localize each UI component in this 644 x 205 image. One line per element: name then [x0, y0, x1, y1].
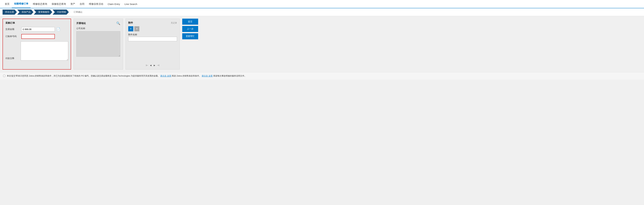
step-order-confirm: 订单确认 [69, 9, 86, 15]
step-review-cart[interactable]: 复审购物车 [34, 9, 52, 15]
footer-text1: 单击'提交'即表示您同意 Zebra 的销售条款和条件，并已为交易金额签发了有效… [7, 75, 160, 77]
main-content: 采购订单 交易金额 📄 订购单号码 付款注释 开票地址 🔍 公司名称 附件 [0, 16, 644, 72]
attach-title: 附件 [128, 21, 133, 24]
attach-name-label: 附件名称 [128, 33, 177, 36]
purchase-order-title: 采购订单 [6, 21, 68, 24]
footer-link1[interactable]: 请点击 这里 [160, 75, 171, 77]
help-button[interactable]: 需要帮忙 [182, 33, 198, 39]
attachment-panel: 附件 无记录 + × 附件名称 ⊢ ◄ ► ⊣ [126, 19, 180, 70]
top-nav: 首页 创建维修订单 维修状态查询 保修状态查询 资产 合同 维修业务活动 Cla… [0, 0, 644, 8]
nav-claim-entry[interactable]: Claim Entry [106, 0, 122, 8]
nav-contract[interactable]: 合同 [78, 0, 87, 8]
po-number-row: 订购单号码 [6, 34, 68, 39]
transaction-row: 交易金额 📄 [6, 27, 68, 31]
footer-text2: 阅读 Zebra 的销售条款和条件。 [172, 75, 201, 77]
page-next-button[interactable]: ► [153, 64, 156, 67]
nav-warranty-status[interactable]: 保修状态查询 [50, 0, 68, 8]
invoice-search-button[interactable]: 🔍 [116, 21, 120, 25]
attach-header: 附件 无记录 [128, 21, 177, 24]
footer-bar: 单击'提交'即表示您同意 Zebra 的销售条款和条件，并已为交易金额签发了有效… [0, 72, 644, 80]
transaction-input[interactable] [21, 27, 55, 31]
footer-text: 单击'提交'即表示您同意 Zebra 的销售条款和条件，并已为交易金额签发了有效… [7, 74, 246, 77]
purchase-order-panel: 采购订单 交易金额 📄 订购单号码 付款注释 [2, 19, 71, 70]
nav-assets[interactable]: 资产 [68, 0, 78, 8]
nav-create-order[interactable]: 创建维修订单 [12, 0, 30, 8]
invoice-address-panel: 开票地址 🔍 公司名称 [74, 19, 123, 70]
nav-repair-activity[interactable]: 维修业务活动 [87, 0, 106, 8]
attach-pagination: ⊢ ◄ ► ⊣ [128, 64, 177, 67]
page-first-button[interactable]: ⊢ [146, 64, 148, 67]
invoice-title: 开票地址 [76, 22, 86, 25]
attach-name-input[interactable] [128, 37, 177, 41]
po-number-input[interactable] [21, 34, 55, 39]
step-payment-detail[interactable]: 付款明细 [52, 9, 69, 15]
attach-toolbar: + × [128, 26, 177, 31]
address-textarea[interactable] [76, 31, 120, 57]
nav-home[interactable]: 首页 [2, 0, 12, 8]
footer-link2[interactable]: 请点击 这里 [202, 75, 213, 77]
invoice-header: 开票地址 🔍 [76, 21, 120, 25]
page-prev-button[interactable]: ◄ [150, 64, 152, 67]
company-name-label: 公司名称 [76, 27, 120, 30]
submit-button[interactable]: 提交 [182, 19, 198, 25]
nav-repair-status[interactable]: 维修状态查询 [30, 0, 50, 8]
steps-bar: 所在位置 添加产品 复审购物车 付款明细 订单确认 [0, 8, 644, 16]
back-button[interactable]: 上一步 [182, 26, 198, 32]
step-location[interactable]: 所在位置 [2, 9, 17, 15]
transaction-label: 交易金额 [6, 28, 20, 31]
document-icon[interactable]: 📄 [56, 27, 60, 31]
footer-text3: 阅读每次事故维修的服务说明文件。 [213, 75, 246, 77]
attach-delete-button[interactable]: × [134, 26, 140, 31]
action-panel: 提交 上一步 需要帮忙 [182, 19, 198, 39]
payment-note-label: 付款注释 [6, 57, 19, 60]
step-add-product[interactable]: 添加产品 [17, 9, 34, 15]
payment-note-row: 付款注释 [6, 41, 68, 60]
attach-add-button[interactable]: + [128, 26, 133, 31]
page-last-button[interactable]: ⊣ [157, 64, 159, 67]
nav-line-search[interactable]: Line Search [122, 0, 140, 8]
po-number-label: 订购单号码 [6, 35, 20, 38]
no-record-label: 无记录 [171, 21, 177, 24]
terms-checkbox[interactable] [3, 75, 5, 77]
payment-note-textarea[interactable] [21, 41, 68, 60]
